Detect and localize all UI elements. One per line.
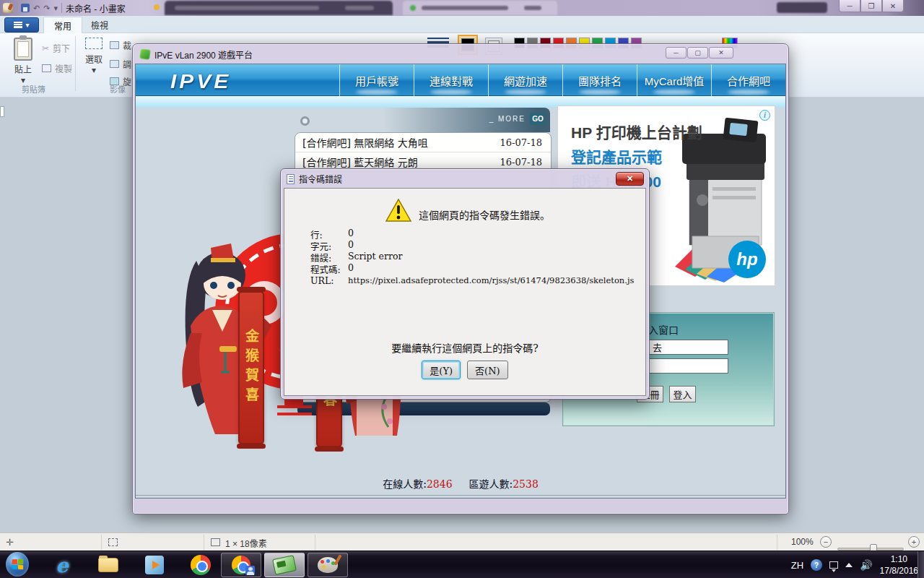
tab-home[interactable]: 常用 [43,17,82,33]
news-item-date: 16-07-18 [500,137,542,148]
chrome-icon[interactable] [189,553,212,577]
media-player-icon[interactable] [143,553,166,577]
paint-menu-button[interactable]: ▾ [4,17,39,33]
dialog-title: 指令碼錯誤 [299,173,342,185]
profile-avatar-icon [245,566,255,575]
divider [136,495,785,496]
clock[interactable]: 1:10 17/8/2016 [880,553,918,577]
close-button[interactable]: ✕ [709,47,733,59]
quick-access-dropdown-icon[interactable]: ▾ [53,4,58,12]
window-restore-tray-icon[interactable] [829,561,838,569]
nav-team-ranking[interactable]: 團隊排名 [562,64,637,96]
windows-flag-icon [12,559,24,570]
tray-date: 17/8/2016 [880,565,918,577]
undo-icon[interactable]: ↶ [33,4,40,12]
paint-palette-icon [318,557,338,573]
news-item-title: [合作網吧] 藍天網絡 元朗 [302,155,418,169]
field-value: 0 [348,228,354,238]
zoom-in-button[interactable]: + [908,536,920,548]
help-icon[interactable]: ? [811,559,822,571]
background-window-tab [165,1,393,15]
yes-button[interactable]: 是(Y) [422,361,461,379]
brush-icon [334,554,341,566]
show-desktop-button[interactable] [918,551,924,578]
go-button[interactable]: GO [530,113,546,125]
internet-explorer-icon[interactable]: e [51,553,74,577]
zoom-out-button[interactable]: − [820,536,832,548]
crop-button[interactable]: 裁 [110,39,131,51]
zoom-level-text: 100% [791,537,814,547]
taskbar-ipve-button[interactable] [264,553,305,577]
ipve-navbar: IPVE 用戶帳號 連線對戰 網遊加速 團隊排名 MyCard增值 合作網吧 [136,64,785,96]
menu-icon [14,22,22,28]
background-window-tab [403,1,557,15]
ad-title: HP 打印機上台計劃 [571,121,702,142]
background-tab-favicon [154,4,160,10]
cut-button[interactable]: ✂ 剪下 [42,42,70,54]
field-value: 0 [348,262,354,273]
resize-icon [110,60,119,68]
select-button[interactable]: 選取▾ [81,38,107,75]
nav-partner-cafe[interactable]: 合作網吧 [711,64,785,96]
maximize-button[interactable]: ▢ [687,47,708,59]
redo-icon[interactable]: ↷ [43,4,50,12]
tab-view[interactable]: 檢視 [81,17,118,33]
language-indicator[interactable]: ZH [791,560,803,571]
ipve-app-icon [139,48,151,60]
field-value: 0 [348,239,354,250]
clipboard-group-label: 剪貼簿 [22,83,45,95]
save-icon[interactable] [21,4,30,12]
nav-mycard-topup[interactable]: MyCard增值 [637,64,711,96]
news-header: _ MORE GO [295,108,550,132]
volume-icon[interactable]: 🔊 [860,559,872,571]
crop-icon [110,41,119,49]
ribbon-divider [75,36,76,91]
nav-game-boost[interactable]: 網遊加速 [488,64,562,96]
field-label: URL: [310,275,354,286]
warning-icon [385,199,411,225]
restore-button[interactable]: ❐ [860,0,882,12]
paint-status-bar: ✛ 1 × 18像素 100% − + [0,532,924,551]
nav-online-battle[interactable]: 連線對戰 [414,64,488,96]
nav-user-account[interactable]: 用戶帳號 [339,64,414,96]
copy-icon [42,64,51,72]
dialog-close-button[interactable]: ✕ [616,172,644,186]
paste-button[interactable]: 貼上▾ [9,38,38,85]
show-hidden-icons-button[interactable] [845,563,853,567]
more-link[interactable]: _ MORE [489,115,526,123]
paint-title-bar: ↶ ↷ ▾ 未命名 - 小畫家 ─ ❐ ✕ [0,0,924,16]
online-count: 2846 [427,478,453,490]
resize-button[interactable]: 調 [110,58,131,70]
taskbar-paint-button[interactable] [308,553,348,577]
minimize-button[interactable]: ─ [839,0,860,12]
close-button[interactable]: ✕ [882,0,904,12]
login-button[interactable]: 登入 [669,386,696,402]
dialog-title-bar[interactable]: 指令碼錯誤 [287,173,342,185]
taskbar-chrome-profile-button[interactable] [221,553,261,577]
no-button[interactable]: 否(N) [467,361,508,379]
news-item-title: [合作網吧] 無限網絡 大角咀 [302,135,428,150]
hp-logo: hp [728,241,766,278]
file-explorer-icon[interactable] [97,553,120,577]
selection-size-icon [108,538,118,546]
scissors-icon: ✂ [42,43,49,53]
script-error-dialog: 指令碼錯誤 ✕ 這個網頁的指令碼發生錯誤。 行: 0 字元: 0 錯誤: [280,168,650,400]
field-value-url: https://pixel.adsafeprotected.com/rjss/s… [348,275,634,285]
copy-button[interactable]: 複製 [42,62,72,74]
canvas-edge [0,106,4,117]
paint-app-icon[interactable] [3,3,13,13]
error-message: 這個網頁的指令碼發生錯誤。 [419,207,550,222]
minimize-button[interactable]: ─ [666,47,687,59]
paint-window-title: 未命名 - 小畫家 [66,2,126,14]
select-icon [85,38,103,49]
image-size-icon [211,538,220,546]
dialog-question: 要繼續執行這個網頁上的指令碼? [284,340,645,355]
system-tray: ZH ? 🔊 1:10 17/8/2016 [791,551,918,578]
ribbon-tab-row [0,16,924,33]
desktop: ↶ ↷ ▾ 未命名 - 小畫家 ─ ❐ ✕ ▾ 常用 檢視 [0,0,924,578]
tray-time: 1:10 [880,553,918,565]
start-button[interactable] [6,553,29,576]
news-item[interactable]: [合作網吧] 無限網絡 大角咀 16-07-18 [295,133,551,152]
online-counter: 在線人數:2846 區遊人數:2538 [136,476,785,491]
background-window-tab [777,2,827,13]
